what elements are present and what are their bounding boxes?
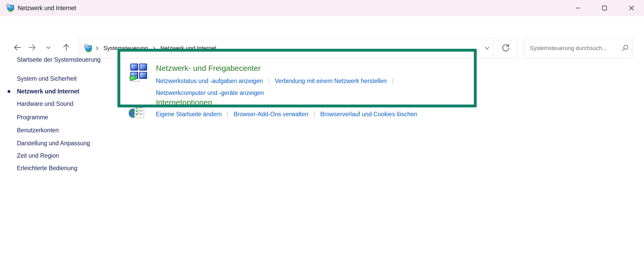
control-panel-icon: [84, 44, 92, 53]
sidebar-item-home[interactable]: Startseite der Systemsteuerung: [17, 56, 101, 64]
section1-links-row1: Netzwerkstatus und -aufgaben anzeigen Ve…: [156, 77, 399, 85]
active-item-bullet: [8, 90, 10, 93]
sidebar-item-programme[interactable]: Programme: [17, 113, 48, 121]
link-separator: [227, 111, 228, 118]
sidebar-item-zeit-und-region[interactable]: Zeit und Region: [17, 151, 59, 160]
link-separator: [314, 111, 315, 118]
search-box: [524, 38, 633, 58]
link-verbindung-herstellen[interactable]: Verbindung mit einem Netzwerk herstellen: [275, 77, 387, 85]
titlebar: Netzwerk und Internet: [0, 0, 644, 16]
window-title: Netzwerk und Internet: [18, 0, 76, 16]
maximize-icon: [600, 4, 609, 12]
internet-options-icon[interactable]: [129, 103, 145, 120]
breadcrumb-chevron-icon: [95, 45, 99, 51]
breadcrumb-item-netzwerk-und-internet[interactable]: Netzwerk und Internet: [159, 44, 218, 53]
up-button[interactable]: [61, 43, 71, 53]
search-input[interactable]: [524, 45, 620, 52]
link-eigene-startseite-aendern[interactable]: Eigene Startseite ändern: [156, 110, 222, 118]
back-arrow-icon: [12, 42, 23, 53]
address-dropdown-button[interactable]: [481, 38, 494, 58]
minimize-button[interactable]: [572, 2, 584, 14]
breadcrumb-item-systemsteuerung[interactable]: Systemsteuerung: [102, 44, 149, 53]
sidebar-item-system-und-sicherheit[interactable]: System und Sicherheit: [17, 74, 77, 83]
sidebar-item-darstellung-und-anpassung[interactable]: Darstellung und Anpassung: [17, 139, 90, 147]
link-browser-addons-verwalten[interactable]: Browser-Add-Ons verwalten: [234, 110, 308, 118]
network-sharing-center-icon[interactable]: [129, 63, 148, 82]
up-arrow-icon: [61, 42, 71, 53]
sidebar-item-erleichterte-bedienung[interactable]: Erleichterte Bedienung: [17, 164, 77, 172]
dropdown-chevron-icon: [483, 44, 491, 52]
close-button[interactable]: [626, 2, 638, 14]
recent-pages-button[interactable]: [44, 43, 53, 53]
chevron-down-icon: [45, 44, 52, 52]
refresh-button[interactable]: [494, 38, 518, 58]
network-monitor-icon: [6, 3, 15, 12]
navigation-toolbar: Systemsteuerung Netzwerk und Internet: [0, 16, 644, 49]
maximize-button[interactable]: [599, 2, 610, 14]
section1-links-row2: Netzwerkcomputer und -geräte anzeigen: [156, 89, 264, 97]
link-netzwerkstatus-anzeigen[interactable]: Netzwerkstatus und -aufgaben anzeigen: [156, 77, 263, 85]
link-browserverlauf-cookies-loeschen[interactable]: Browserverlauf und Cookies löschen: [320, 110, 417, 118]
forward-arrow-icon: [27, 42, 37, 53]
breadcrumb-chevron-icon: [152, 45, 156, 51]
sidebar-item-benutzerkonten[interactable]: Benutzerkonten: [17, 126, 59, 134]
link-netzwerkcomputer-anzeigen[interactable]: Netzwerkcomputer und -geräte anzeigen: [156, 89, 264, 97]
sidebar-item-netzwerk-und-internet[interactable]: Netzwerk und Internet: [17, 87, 79, 95]
control-panel-window: { "colors": { "titlebar-bg": "#F8EEF3", …: [0, 0, 644, 255]
back-button[interactable]: [12, 43, 23, 53]
section2-links-row: Eigene Startseite ändern Browser-Add-Ons…: [156, 110, 417, 118]
forward-button[interactable]: [27, 43, 37, 53]
link-separator: [393, 78, 393, 84]
section-heading-internetoptionen[interactable]: Internetoptionen: [156, 98, 212, 107]
address-bar[interactable]: Systemsteuerung Netzwerk und Internet: [79, 38, 518, 58]
section-heading-netzwerk-und-freigabecenter[interactable]: Netzwerk- und Freigabecenter: [156, 64, 261, 73]
close-icon: [627, 4, 636, 12]
link-separator: [269, 78, 269, 84]
search-icon[interactable]: [620, 43, 630, 53]
minimize-icon: [574, 4, 582, 12]
refresh-icon: [501, 43, 511, 54]
sidebar-item-hardware-und-sound[interactable]: Hardware und Sound: [17, 100, 73, 108]
